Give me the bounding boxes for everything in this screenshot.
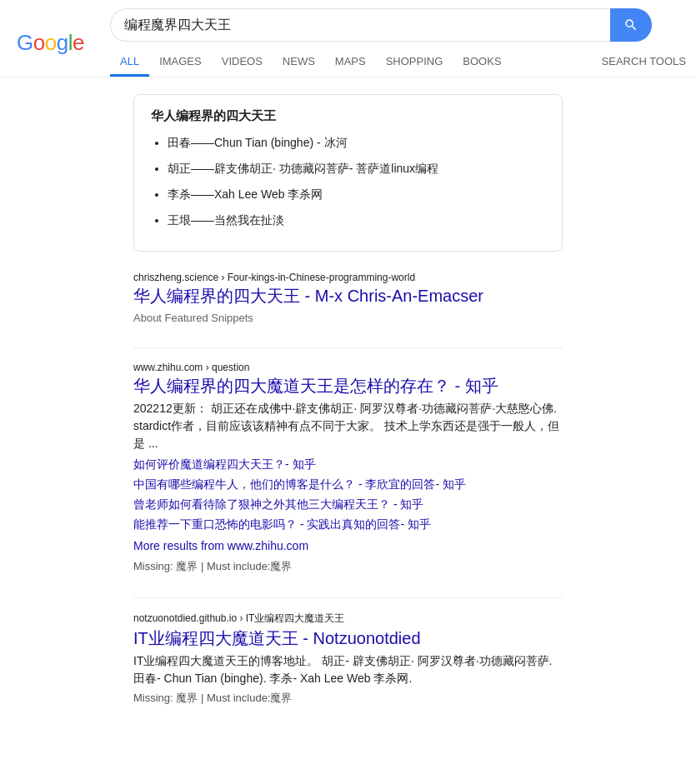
result-url-zhihu: www.zhihu.com › question xyxy=(133,362,563,373)
result-zhihu: www.zhihu.com › question 华人编程界的四大魔道天王是怎样… xyxy=(133,362,563,574)
search-icon xyxy=(623,17,638,32)
search-input-row xyxy=(110,8,696,42)
more-results-zhihu[interactable]: More results from www.zhihu.com xyxy=(133,539,563,552)
missing-text-notzuo: Missing: 魔界 | Must include:魔界 xyxy=(133,691,563,706)
tab-videos[interactable]: VIDEOS xyxy=(212,48,273,77)
sub-result-link-1[interactable]: 中国有哪些编程牛人，他们的博客是什么？ - 李欣宜的回答- 知乎 xyxy=(133,477,563,492)
divider-2 xyxy=(133,597,563,598)
missing-text-zhihu: Missing: 魔界 | Must include:魔界 xyxy=(133,559,563,574)
result-url: chriszheng.science › Four-kings-in-Chine… xyxy=(133,272,563,283)
header: Google ALL IMAGES VIDEOS NEWS MAPS SHOPP… xyxy=(0,0,696,77)
result-snippet-notzuo: IT业编程四大魔道天王的博客地址。 胡正- 辟支佛胡正· 阿罗汉尊者·功德藏闷菩… xyxy=(133,652,563,687)
snippet-list: 田春——Chun Tian (binghe) - 冰河 胡正——辟支佛胡正· 功… xyxy=(151,134,545,229)
nav-tabs: ALL IMAGES VIDEOS NEWS MAPS SHOPPING BOO… xyxy=(110,48,696,77)
tab-shopping[interactable]: SHOPPING xyxy=(376,48,453,77)
main-content: 华人编程界的四大天王 田春——Chun Tian (binghe) - 冰河 胡… xyxy=(0,77,696,746)
sub-results-zhihu: 如何评价魔道编程四大天王？- 知乎 中国有哪些编程牛人，他们的博客是什么？ - … xyxy=(133,457,563,532)
result-title-zhihu[interactable]: 华人编程界的四大魔道天王是怎样的存在？ - 知乎 xyxy=(133,375,563,397)
featured-snippet: 华人编程界的四大天王 田春——Chun Tian (binghe) - 冰河 胡… xyxy=(133,94,563,252)
result-notzuo: notzuonotdied.github.io › IT业编程四大魔道天王 IT… xyxy=(133,612,563,706)
result-snippet-zhihu: 202212更新： 胡正还在成佛中·辟支佛胡正· 阿罗汉尊者·功德藏闷菩萨·大慈… xyxy=(133,400,563,452)
sub-result-link-3[interactable]: 能推荐一下重口恐怖的电影吗？ - 实践出真知的回答- 知乎 xyxy=(133,517,563,532)
tab-books[interactable]: BOOKS xyxy=(453,48,511,77)
logo-area: Google xyxy=(0,30,110,55)
tab-all[interactable]: ALL xyxy=(110,48,149,77)
divider-1 xyxy=(133,347,563,348)
list-item: 田春——Chun Tian (binghe) - 冰河 xyxy=(168,134,545,152)
sub-result-link-0[interactable]: 如何评价魔道编程四大天王？- 知乎 xyxy=(133,457,563,472)
result-url-notzuo: notzuonotdied.github.io › IT业编程四大魔道天王 xyxy=(133,612,563,626)
tab-maps[interactable]: MAPS xyxy=(325,48,376,77)
google-logo-text: Google xyxy=(17,30,84,56)
tab-news[interactable]: NEWS xyxy=(273,48,325,77)
google-logo: Google xyxy=(17,30,93,55)
featured-snippet-result: chriszheng.science › Four-kings-in-Chine… xyxy=(133,272,563,324)
tab-search-tools[interactable]: SEARCH TOOLS xyxy=(592,48,696,77)
list-item: 李杀——Xah Lee Web 李杀网 xyxy=(168,186,545,203)
list-item: 王垠——当然我在扯淡 xyxy=(168,212,545,229)
tab-images[interactable]: IMAGES xyxy=(149,48,212,77)
about-featured-snippets[interactable]: About Featured Snippets xyxy=(133,312,563,324)
search-bar-area: ALL IMAGES VIDEOS NEWS MAPS SHOPPING BOO… xyxy=(110,8,696,77)
search-button[interactable] xyxy=(610,8,652,42)
list-item: 胡正——辟支佛胡正· 功德藏闷菩萨- 菩萨道linux编程 xyxy=(168,160,545,177)
search-input[interactable] xyxy=(110,8,610,42)
result-title-notzuo[interactable]: IT业编程四大魔道天王 - Notzuonotdied xyxy=(133,627,563,649)
featured-snippet-title-link[interactable]: 华人编程界的四大天王 - M-x Chris-An-Emacser xyxy=(133,285,563,307)
snippet-title: 华人编程界的四大天王 xyxy=(151,108,545,124)
sub-result-link-2[interactable]: 曾老师如何看待除了狠神之外其他三大编程天王？ - 知乎 xyxy=(133,497,563,512)
